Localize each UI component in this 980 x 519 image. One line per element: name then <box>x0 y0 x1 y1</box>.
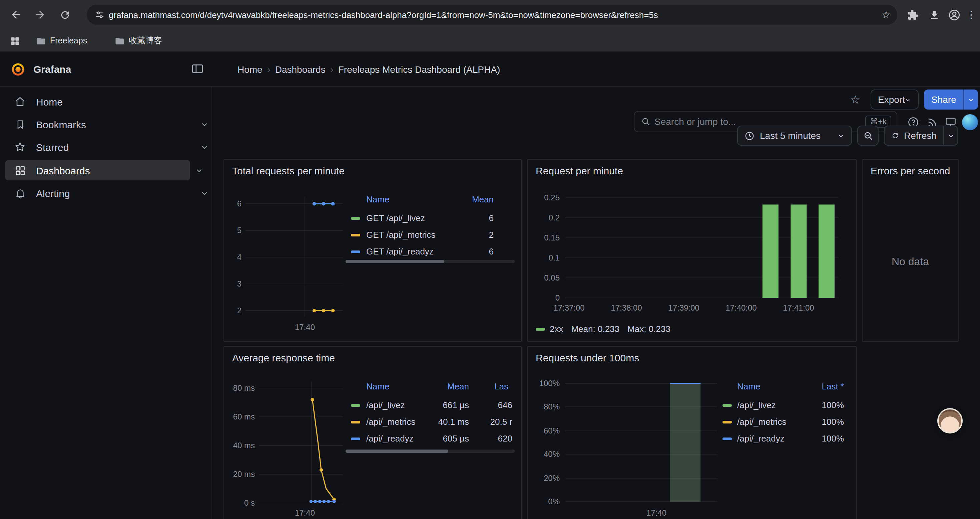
legend-scrollbar-thumb[interactable] <box>345 450 448 453</box>
legend-series-name[interactable]: /api/_livez <box>737 400 776 410</box>
time-range-label: Last 5 minutes <box>760 130 821 141</box>
x-axis-tick: 17:40 <box>278 323 332 332</box>
panel-request-per-minute[interactable]: Request per minute 0.250.20.150.10.05017… <box>527 159 857 342</box>
legend-last-value: 100% <box>822 433 844 444</box>
sidebar-item-bookmarks[interactable]: Bookmarks <box>5 114 190 134</box>
breadcrumb-current-page: Freeleaps Metrics Dashboard (ALPHA) <box>338 64 500 75</box>
menu-kebab-icon[interactable]: ⋮ <box>963 7 979 23</box>
chevron-down-icon[interactable] <box>194 165 204 176</box>
sidebar-item-home[interactable]: Home <box>5 91 190 112</box>
refresh-button-group[interactable]: Refresh <box>884 126 958 145</box>
legend-mean-value: 2 <box>489 230 494 240</box>
y-axis-tick: 3 <box>224 279 242 289</box>
refresh-icon <box>891 131 899 140</box>
legend-series-name[interactable]: 2xx <box>550 324 563 334</box>
address-bar[interactable]: ☆ <box>87 5 897 25</box>
y-axis-tick: 2 <box>224 306 242 315</box>
floating-assistant-avatar[interactable] <box>937 408 963 433</box>
user-avatar[interactable] <box>962 114 978 130</box>
panel-total-requests-per-minute[interactable]: Total requests per minute 6543217:40Name… <box>223 159 522 342</box>
apps-grid-icon[interactable] <box>7 33 23 49</box>
legend-column-mean[interactable]: Mean <box>447 382 469 391</box>
search-icon <box>641 117 651 126</box>
chevron-down-icon[interactable] <box>199 142 210 152</box>
legend-last-value: 20.5 r <box>490 417 513 427</box>
bookmark-item[interactable]: 收藏博客 <box>111 34 166 48</box>
legend: NameMeanGET /api/_livez6GET /api/_metric… <box>345 189 515 269</box>
reload-icon[interactable] <box>57 7 73 23</box>
y-axis-tick: 0% <box>528 497 560 506</box>
legend-scrollbar-track[interactable] <box>345 260 515 263</box>
chevron-down-icon[interactable] <box>199 188 210 198</box>
legend-scrollbar-thumb[interactable] <box>345 260 444 263</box>
favorite-star-icon[interactable]: ☆ <box>849 93 862 106</box>
y-axis-tick: 0 s <box>224 498 255 508</box>
legend-column-mean[interactable]: Mean <box>472 194 494 204</box>
legend-column-last[interactable]: Last * <box>822 382 844 391</box>
legend-column-last[interactable]: Las <box>494 382 508 391</box>
legend: NameMeanLas/api/_livez661 µs646/api/_met… <box>345 376 515 460</box>
chevron-down-icon[interactable] <box>199 119 210 129</box>
legend-series-name[interactable]: /api/_readyz <box>737 433 784 444</box>
bookmark-star-icon[interactable]: ☆ <box>881 9 891 21</box>
panel-average-response-time[interactable]: Average response time 80 ms60 ms40 ms20 … <box>223 346 522 519</box>
legend-series-name[interactable]: /api/_readyz <box>366 433 414 444</box>
x-axis-tick: 17:40:00 <box>714 303 768 313</box>
sidebar-item-alerting[interactable]: Alerting <box>5 183 190 203</box>
url-input[interactable] <box>109 10 881 20</box>
panel-requests-under-100ms[interactable]: Requests under 100ms 100%80%60%40%20%0%1… <box>527 346 857 519</box>
share-label[interactable]: Share <box>924 89 964 110</box>
extensions-icon[interactable] <box>905 7 921 23</box>
refresh-interval-dropdown[interactable] <box>943 126 958 145</box>
legend-series-name[interactable]: /api/_livez <box>366 400 405 410</box>
sidebar-item-dashboards[interactable]: Dashboards <box>5 160 190 180</box>
legend-series-name[interactable]: GET /api/_livez <box>366 213 425 223</box>
x-axis-tick: 17:37:00 <box>542 303 596 313</box>
y-axis-tick: 4 <box>224 252 242 262</box>
breadcrumb-separator-icon: › <box>262 64 275 75</box>
y-axis-tick: 100% <box>528 379 560 388</box>
chevron-down-icon <box>947 132 954 139</box>
sidebar-item-label: Alerting <box>36 187 70 199</box>
home-icon <box>13 95 27 108</box>
panel-title[interactable]: Errors per second <box>870 165 950 176</box>
site-settings-icon[interactable] <box>95 10 105 20</box>
legend: NameLast */api/_livez100%/api/_metrics10… <box>721 376 849 460</box>
legend-series-dash <box>351 404 360 407</box>
forward-icon[interactable] <box>32 7 48 23</box>
share-button[interactable]: Share <box>924 89 978 110</box>
dashboards-icon <box>13 164 27 177</box>
legend-column-name[interactable]: Name <box>737 382 760 391</box>
breadcrumb-home[interactable]: Home <box>237 64 262 75</box>
share-dropdown-button[interactable] <box>964 89 978 110</box>
time-range-picker[interactable]: Last 5 minutes <box>737 126 852 145</box>
legend-series-dash <box>351 421 360 423</box>
legend-column-name[interactable]: Name <box>366 194 389 204</box>
downloads-icon[interactable] <box>926 7 942 23</box>
sidebar-item-starred[interactable]: Starred <box>5 137 190 157</box>
export-button[interactable]: Export <box>870 89 919 110</box>
breadcrumb-dashboards[interactable]: Dashboards <box>275 64 326 75</box>
legend-series-name[interactable]: /api/_metrics <box>737 417 786 427</box>
legend-series-dash <box>351 217 360 220</box>
legend-series-name[interactable]: GET /api/_readyz <box>366 246 434 257</box>
legend-last-value: 100% <box>822 400 844 410</box>
grafana-logo-icon[interactable] <box>11 62 25 80</box>
legend-mean-value: 6 <box>489 246 494 257</box>
bookmark-item[interactable]: Freeleaps <box>32 34 91 48</box>
profile-icon[interactable] <box>946 7 962 23</box>
legend-scrollbar-track[interactable] <box>345 450 515 453</box>
legend-series-name[interactable]: /api/_metrics <box>366 417 415 427</box>
star-icon <box>13 140 27 153</box>
refresh-label: Refresh <box>904 130 937 141</box>
zoom-out-button[interactable] <box>857 126 878 145</box>
legend-mean-value: 40.1 ms <box>438 417 469 427</box>
legend-mean-value: 6 <box>489 213 494 223</box>
panel-errors-per-second[interactable]: Errors per second No data <box>862 159 959 342</box>
y-axis-tick: 80 ms <box>224 383 255 393</box>
legend-series-name[interactable]: GET /api/_metrics <box>366 230 436 240</box>
legend-column-name[interactable]: Name <box>366 382 389 391</box>
back-icon[interactable] <box>8 7 24 23</box>
refresh-button[interactable]: Refresh <box>884 126 944 145</box>
dock-menu-icon[interactable] <box>191 62 204 78</box>
